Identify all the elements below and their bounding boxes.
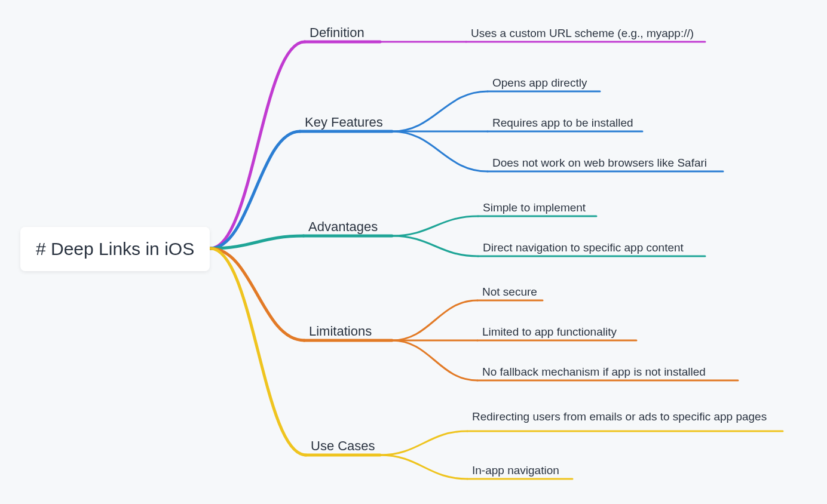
leaf-usecases-1[interactable]: In-app navigation xyxy=(472,464,559,477)
branch-limitations[interactable]: Limitations xyxy=(309,324,372,339)
branch-usecases[interactable]: Use Cases xyxy=(311,438,375,454)
leaf-limitations-2[interactable]: No fallback mechanism if app is not inst… xyxy=(482,365,706,379)
root-node[interactable]: # Deep Links in iOS xyxy=(20,227,210,271)
leaf-usecases-0[interactable]: Redirecting users from emails or ads to … xyxy=(472,410,767,423)
mindmap-canvas: # Deep Links in iOS Definition Key Featu… xyxy=(0,0,827,504)
leaf-keyfeatures-1[interactable]: Requires app to be installed xyxy=(492,116,633,130)
leaf-advantages-1[interactable]: Direct navigation to specific app conten… xyxy=(483,241,684,254)
leaf-definition-0[interactable]: Uses a custom URL scheme (e.g., myapp://… xyxy=(471,27,694,40)
leaf-keyfeatures-0[interactable]: Opens app directly xyxy=(492,76,587,90)
leaf-advantages-0[interactable]: Simple to implement xyxy=(483,201,586,214)
leaf-limitations-1[interactable]: Limited to app functionality xyxy=(482,325,617,339)
branch-advantages[interactable]: Advantages xyxy=(308,219,378,235)
branch-keyfeatures[interactable]: Key Features xyxy=(305,115,383,130)
leaf-keyfeatures-2[interactable]: Does not work on web browsers like Safar… xyxy=(492,156,707,170)
branch-definition[interactable]: Definition xyxy=(310,25,365,41)
leaf-limitations-0[interactable]: Not secure xyxy=(482,285,537,299)
